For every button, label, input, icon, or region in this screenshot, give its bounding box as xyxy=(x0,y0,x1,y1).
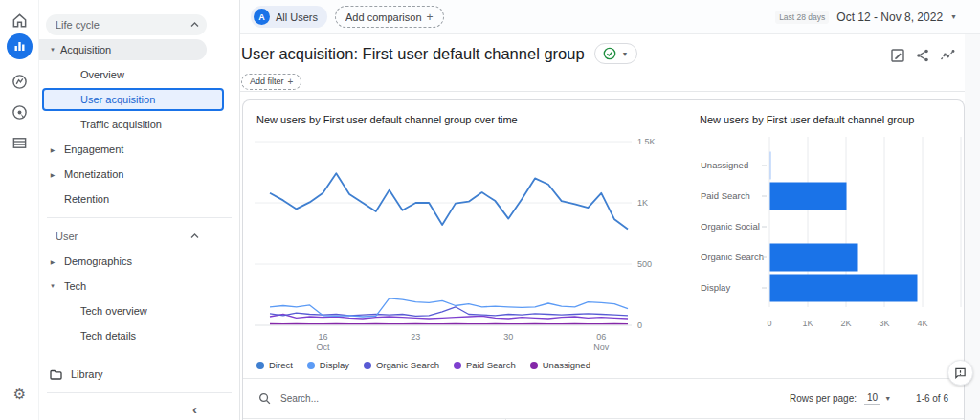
segment-chip-all-users[interactable]: A All Users xyxy=(251,6,327,28)
line-chart-title: New users by First user default channel … xyxy=(256,114,518,125)
legend-dot-icon xyxy=(307,362,315,369)
date-range-text: Oct 12 - Nov 8, 2022 xyxy=(836,11,943,24)
add-comparison-button[interactable]: Add comparison + xyxy=(335,6,444,28)
caret-right-icon[interactable]: ▶ xyxy=(48,258,57,265)
bar-chart[interactable]: 01K2K3K4KUnassignedPaid SearchOrganic So… xyxy=(683,131,965,336)
check-circle-icon xyxy=(603,47,616,60)
sidebar-item-overview[interactable]: Overview xyxy=(39,62,239,87)
legend-item[interactable]: Paid Search xyxy=(454,360,516,370)
report-status-dropdown[interactable]: ▼ xyxy=(594,43,637,64)
insights-icon[interactable] xyxy=(939,47,955,63)
table-controls: Rows per page: 10 ▼ 1-6 of 6 xyxy=(243,379,964,418)
add-filter-button[interactable]: Add filter + xyxy=(241,74,301,90)
sidebar-item-tech-details[interactable]: Tech details xyxy=(39,323,239,348)
segment-chip-label: All Users xyxy=(276,11,318,23)
sidebar-section-lifecycle[interactable]: Life cycle xyxy=(39,12,239,37)
sidebar-divider xyxy=(47,217,232,218)
sidebar-item-engagement[interactable]: ▶ Engagement xyxy=(39,137,239,162)
date-preset-badge: Last 28 days xyxy=(775,11,829,24)
chevron-up-icon xyxy=(190,233,199,239)
table-header-divider xyxy=(243,418,964,419)
svg-text:1.5K: 1.5K xyxy=(637,137,656,146)
dropdown-caret-icon[interactable]: ▼ xyxy=(884,395,891,402)
folder-icon xyxy=(50,369,62,380)
legend-dot-icon xyxy=(256,362,264,369)
explore-icon[interactable] xyxy=(7,69,33,95)
header-divider xyxy=(240,91,980,92)
legend-item[interactable]: Direct xyxy=(256,360,293,370)
svg-text:Oct: Oct xyxy=(316,343,330,352)
svg-text:Organic Social: Organic Social xyxy=(701,221,760,232)
page-title: User acquisition: First user default cha… xyxy=(241,45,585,63)
home-icon[interactable] xyxy=(7,8,33,33)
sidebar-section-user[interactable]: User xyxy=(39,224,239,249)
gear-icon[interactable]: ⚙ xyxy=(7,381,33,407)
section-label: Life cycle xyxy=(56,19,100,31)
sidebar-item-traffic-acquisition[interactable]: Traffic acquisition xyxy=(39,112,239,137)
rows-per-page-select[interactable]: 10 xyxy=(864,392,880,405)
legend-item[interactable]: Organic Search xyxy=(364,360,439,370)
svg-text:Display: Display xyxy=(701,282,730,293)
legend-label: Paid Search xyxy=(466,360,516,370)
sidebar-item-monetization[interactable]: ▶ Monetization xyxy=(39,162,239,187)
sidebar-item-user-acquisition[interactable]: User acquisition xyxy=(39,87,239,112)
sidebar-item-tech-overview[interactable]: Tech overview xyxy=(39,298,239,323)
caret-right-icon[interactable]: ▶ xyxy=(48,171,57,178)
avatar: A xyxy=(254,9,270,25)
caret-down-icon[interactable]: ▼ xyxy=(48,283,57,289)
report-header: User acquisition: First user default cha… xyxy=(241,34,980,73)
search-input[interactable] xyxy=(278,392,451,405)
svg-text:0: 0 xyxy=(767,319,771,328)
sidebar-item-library[interactable]: Library xyxy=(39,362,239,387)
collapse-sidebar-icon[interactable]: ‹ xyxy=(192,401,197,417)
date-picker[interactable]: Last 28 days Oct 12 - Nov 8, 2022 ▼ xyxy=(775,11,980,24)
sidebar-item-tech[interactable]: ▼ Tech xyxy=(39,274,239,298)
caret-right-icon[interactable]: ▶ xyxy=(48,146,57,153)
legend-label: Direct xyxy=(269,360,293,370)
feedback-icon xyxy=(954,366,967,379)
sidebar-item-acquisition[interactable]: ▼ Acquisition xyxy=(39,37,239,62)
legend-label: Organic Search xyxy=(376,360,439,370)
advertising-icon[interactable] xyxy=(7,99,33,125)
legend-dot-icon xyxy=(454,362,461,369)
configure-icon[interactable] xyxy=(7,130,33,156)
plus-icon: + xyxy=(288,77,294,87)
share-icon[interactable] xyxy=(914,47,930,63)
svg-text:23: 23 xyxy=(411,332,420,342)
sidebar-item-retention[interactable]: Retention xyxy=(39,187,239,211)
legend-dot-icon xyxy=(364,362,371,369)
svg-text:Nov: Nov xyxy=(593,343,610,352)
sidebar-nav: Life cycle ▼ Acquisition Overview User a… xyxy=(39,0,240,420)
pagination-range: 1-6 of 6 xyxy=(916,393,948,404)
chevron-up-icon xyxy=(190,22,199,28)
caret-down-icon[interactable]: ▼ xyxy=(48,47,57,53)
dropdown-caret-icon: ▼ xyxy=(950,13,957,20)
reports-icon[interactable] xyxy=(7,33,33,59)
add-comparison-label: Add comparison xyxy=(345,11,422,23)
legend-item[interactable]: Display xyxy=(307,360,349,370)
search-icon xyxy=(258,392,271,405)
add-filter-label: Add filter xyxy=(250,77,284,86)
sidebar-divider xyxy=(47,392,232,393)
legend-item[interactable]: Unassigned xyxy=(530,360,590,370)
rows-per-page-label: Rows per page: xyxy=(790,393,857,404)
svg-text:Unassigned: Unassigned xyxy=(701,160,748,170)
svg-text:2K: 2K xyxy=(840,319,851,328)
line-chart[interactable]: 05001K1.5K16Oct233006Nov xyxy=(255,127,666,359)
svg-text:16: 16 xyxy=(318,332,327,342)
svg-text:3K: 3K xyxy=(879,319,889,328)
svg-text:4K: 4K xyxy=(917,319,927,328)
svg-text:1K: 1K xyxy=(802,319,813,328)
svg-text:0: 0 xyxy=(637,321,642,330)
legend-dot-icon xyxy=(530,362,538,369)
legend-label: Display xyxy=(320,360,349,370)
svg-text:1K: 1K xyxy=(637,198,648,208)
app-rail: ⚙ xyxy=(0,0,39,420)
legend-label: Unassigned xyxy=(543,360,590,370)
svg-text:30: 30 xyxy=(503,332,513,342)
customize-report-icon[interactable] xyxy=(889,47,905,63)
report-card: New users by First user default channel … xyxy=(242,99,965,420)
sidebar-item-demographics[interactable]: ▶ Demographics xyxy=(39,249,239,274)
feedback-button[interactable] xyxy=(947,360,973,386)
dropdown-caret-icon: ▼ xyxy=(622,51,629,57)
